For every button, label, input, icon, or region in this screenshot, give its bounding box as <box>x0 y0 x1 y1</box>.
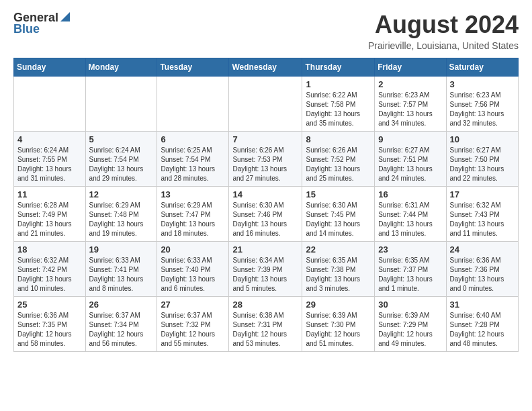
calendar-week-row: 25Sunrise: 6:36 AM Sunset: 7:35 PM Dayli… <box>14 297 519 352</box>
day-number: 7 <box>232 134 298 144</box>
calendar-day-cell: 21Sunrise: 6:34 AM Sunset: 7:39 PM Dayli… <box>229 242 302 297</box>
day-number: 8 <box>306 134 371 144</box>
weekday-header-monday: Monday <box>85 58 157 77</box>
calendar-day-cell: 2Sunrise: 6:23 AM Sunset: 7:57 PM Daylig… <box>375 77 446 132</box>
day-info: Sunrise: 6:28 AM Sunset: 7:49 PM Dayligh… <box>17 201 82 238</box>
day-number: 21 <box>232 244 298 255</box>
day-number: 30 <box>378 300 442 310</box>
svg-marker-0 <box>60 12 70 21</box>
calendar-day-cell: 26Sunrise: 6:37 AM Sunset: 7:34 PM Dayli… <box>85 297 157 352</box>
calendar-day-cell: 3Sunrise: 6:23 AM Sunset: 7:56 PM Daylig… <box>446 77 518 132</box>
calendar-day-cell: 9Sunrise: 6:27 AM Sunset: 7:51 PM Daylig… <box>375 132 446 187</box>
day-info: Sunrise: 6:29 AM Sunset: 7:47 PM Dayligh… <box>161 201 225 238</box>
day-info: Sunrise: 6:25 AM Sunset: 7:54 PM Dayligh… <box>161 146 225 183</box>
calendar-week-row: 4Sunrise: 6:24 AM Sunset: 7:55 PM Daylig… <box>14 132 519 187</box>
calendar-week-row: 18Sunrise: 6:32 AM Sunset: 7:42 PM Dayli… <box>14 242 519 297</box>
calendar-day-cell: 23Sunrise: 6:35 AM Sunset: 7:37 PM Dayli… <box>375 242 446 297</box>
day-number: 19 <box>89 244 154 255</box>
calendar-day-cell: 25Sunrise: 6:36 AM Sunset: 7:35 PM Dayli… <box>14 297 86 352</box>
calendar-day-cell: 16Sunrise: 6:31 AM Sunset: 7:44 PM Dayli… <box>375 187 446 242</box>
calendar-day-cell: 31Sunrise: 6:40 AM Sunset: 7:28 PM Dayli… <box>446 297 518 352</box>
day-number: 14 <box>232 189 298 199</box>
day-number: 29 <box>306 300 371 310</box>
calendar-day-cell: 6Sunrise: 6:25 AM Sunset: 7:54 PM Daylig… <box>157 132 229 187</box>
weekday-header-tuesday: Tuesday <box>157 58 229 77</box>
calendar-day-cell: 11Sunrise: 6:28 AM Sunset: 7:49 PM Dayli… <box>14 187 86 242</box>
day-info: Sunrise: 6:26 AM Sunset: 7:52 PM Dayligh… <box>306 146 371 183</box>
day-info: Sunrise: 6:24 AM Sunset: 7:54 PM Dayligh… <box>89 146 154 183</box>
day-info: Sunrise: 6:36 AM Sunset: 7:36 PM Dayligh… <box>450 256 515 293</box>
day-number: 27 <box>161 300 225 310</box>
day-info: Sunrise: 6:32 AM Sunset: 7:42 PM Dayligh… <box>17 256 82 293</box>
calendar-day-cell: 18Sunrise: 6:32 AM Sunset: 7:42 PM Dayli… <box>14 242 86 297</box>
day-number: 20 <box>161 244 225 255</box>
day-info: Sunrise: 6:38 AM Sunset: 7:31 PM Dayligh… <box>232 311 298 349</box>
day-number: 4 <box>17 134 82 144</box>
calendar-table: SundayMondayTuesdayWednesdayThursdayFrid… <box>13 58 519 352</box>
day-number: 12 <box>89 189 154 199</box>
calendar-day-cell: 14Sunrise: 6:30 AM Sunset: 7:46 PM Dayli… <box>229 187 302 242</box>
day-info: Sunrise: 6:37 AM Sunset: 7:32 PM Dayligh… <box>161 311 225 349</box>
day-info: Sunrise: 6:34 AM Sunset: 7:39 PM Dayligh… <box>232 256 298 293</box>
day-number: 11 <box>17 189 82 199</box>
day-number: 3 <box>450 79 515 89</box>
calendar-day-cell <box>157 77 229 132</box>
logo: General Blue <box>13 11 70 36</box>
day-info: Sunrise: 6:37 AM Sunset: 7:34 PM Dayligh… <box>89 311 154 349</box>
calendar-day-cell <box>14 77 86 132</box>
day-number: 18 <box>17 244 82 255</box>
calendar-day-cell: 28Sunrise: 6:38 AM Sunset: 7:31 PM Dayli… <box>229 297 302 352</box>
day-info: Sunrise: 6:36 AM Sunset: 7:35 PM Dayligh… <box>17 311 82 349</box>
month-year-title: August 2024 <box>368 11 519 39</box>
day-info: Sunrise: 6:39 AM Sunset: 7:30 PM Dayligh… <box>306 311 371 349</box>
day-info: Sunrise: 6:26 AM Sunset: 7:53 PM Dayligh… <box>232 146 298 183</box>
calendar-day-cell: 20Sunrise: 6:33 AM Sunset: 7:40 PM Dayli… <box>157 242 229 297</box>
calendar-day-cell: 7Sunrise: 6:26 AM Sunset: 7:53 PM Daylig… <box>229 132 302 187</box>
calendar-week-row: 1Sunrise: 6:22 AM Sunset: 7:58 PM Daylig… <box>14 77 519 132</box>
day-number: 10 <box>450 134 515 144</box>
day-info: Sunrise: 6:22 AM Sunset: 7:58 PM Dayligh… <box>306 91 371 128</box>
calendar-day-cell <box>85 77 157 132</box>
weekday-header-row: SundayMondayTuesdayWednesdayThursdayFrid… <box>14 58 519 77</box>
day-info: Sunrise: 6:27 AM Sunset: 7:50 PM Dayligh… <box>450 146 515 183</box>
calendar-day-cell: 29Sunrise: 6:39 AM Sunset: 7:30 PM Dayli… <box>302 297 375 352</box>
day-number: 26 <box>89 300 154 310</box>
calendar-day-cell: 24Sunrise: 6:36 AM Sunset: 7:36 PM Dayli… <box>446 242 518 297</box>
calendar-day-cell: 13Sunrise: 6:29 AM Sunset: 7:47 PM Dayli… <box>157 187 229 242</box>
day-info: Sunrise: 6:27 AM Sunset: 7:51 PM Dayligh… <box>378 146 442 183</box>
day-info: Sunrise: 6:30 AM Sunset: 7:46 PM Dayligh… <box>232 201 298 238</box>
day-info: Sunrise: 6:33 AM Sunset: 7:41 PM Dayligh… <box>89 256 154 293</box>
logo-arrow-icon <box>60 12 70 24</box>
day-info: Sunrise: 6:23 AM Sunset: 7:56 PM Dayligh… <box>450 91 515 128</box>
day-number: 25 <box>17 300 82 310</box>
day-number: 15 <box>306 189 371 199</box>
day-info: Sunrise: 6:33 AM Sunset: 7:40 PM Dayligh… <box>161 256 225 293</box>
day-number: 23 <box>378 244 442 255</box>
day-info: Sunrise: 6:31 AM Sunset: 7:44 PM Dayligh… <box>378 201 442 238</box>
day-info: Sunrise: 6:23 AM Sunset: 7:57 PM Dayligh… <box>378 91 442 128</box>
day-number: 31 <box>450 300 515 310</box>
page-header: General Blue August 2024 Prairieville, L… <box>13 11 519 51</box>
calendar-day-cell: 17Sunrise: 6:32 AM Sunset: 7:43 PM Dayli… <box>446 187 518 242</box>
calendar-day-cell: 27Sunrise: 6:37 AM Sunset: 7:32 PM Dayli… <box>157 297 229 352</box>
day-number: 24 <box>450 244 515 255</box>
day-number: 9 <box>378 134 442 144</box>
logo-blue-text: Blue <box>13 22 40 36</box>
calendar-day-cell <box>229 77 302 132</box>
day-number: 17 <box>450 189 515 199</box>
day-number: 2 <box>378 79 442 89</box>
day-number: 13 <box>161 189 225 199</box>
calendar-day-cell: 5Sunrise: 6:24 AM Sunset: 7:54 PM Daylig… <box>85 132 157 187</box>
calendar-day-cell: 30Sunrise: 6:39 AM Sunset: 7:29 PM Dayli… <box>375 297 446 352</box>
day-info: Sunrise: 6:40 AM Sunset: 7:28 PM Dayligh… <box>450 311 515 349</box>
calendar-day-cell: 1Sunrise: 6:22 AM Sunset: 7:58 PM Daylig… <box>302 77 375 132</box>
calendar-day-cell: 19Sunrise: 6:33 AM Sunset: 7:41 PM Dayli… <box>85 242 157 297</box>
calendar-day-cell: 22Sunrise: 6:35 AM Sunset: 7:38 PM Dayli… <box>302 242 375 297</box>
calendar-day-cell: 4Sunrise: 6:24 AM Sunset: 7:55 PM Daylig… <box>14 132 86 187</box>
weekday-header-thursday: Thursday <box>302 58 375 77</box>
day-info: Sunrise: 6:30 AM Sunset: 7:45 PM Dayligh… <box>306 201 371 238</box>
calendar-day-cell: 12Sunrise: 6:29 AM Sunset: 7:48 PM Dayli… <box>85 187 157 242</box>
calendar-day-cell: 10Sunrise: 6:27 AM Sunset: 7:50 PM Dayli… <box>446 132 518 187</box>
weekday-header-friday: Friday <box>375 58 446 77</box>
weekday-header-sunday: Sunday <box>14 58 86 77</box>
